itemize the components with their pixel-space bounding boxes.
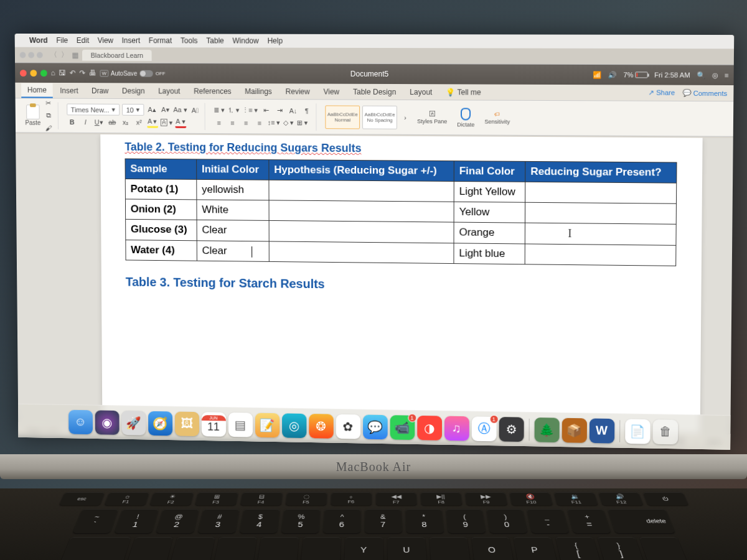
trash-icon[interactable]: 🗑 <box>652 419 678 444</box>
sort-button[interactable]: A↓ <box>288 105 299 116</box>
key-7[interactable]: &7 <box>365 509 402 533</box>
minimize-icon[interactable] <box>30 70 37 77</box>
finder-icon[interactable]: ☺ <box>68 409 93 434</box>
print-icon[interactable]: 🖶 <box>89 68 96 77</box>
menu-window[interactable]: Window <box>232 37 258 45</box>
key-e[interactable] <box>214 537 256 560</box>
font-name-select[interactable]: Times New... ▾ <box>67 104 120 116</box>
key-t[interactable] <box>301 537 341 560</box>
clock[interactable]: Fri 2:58 AM <box>654 71 690 78</box>
shading-button[interactable]: ◇ ▾ <box>283 117 294 128</box>
justify-button[interactable]: ≡ <box>254 117 265 128</box>
menu-file[interactable]: File <box>56 36 68 45</box>
photos-icon[interactable]: ✿ <box>336 414 360 439</box>
undo-icon[interactable]: ↶ <box>70 68 76 77</box>
tab-draw[interactable]: Draw <box>85 84 115 98</box>
menu-edit[interactable]: Edit <box>77 36 89 45</box>
copy-icon[interactable]: ⧉ <box>43 110 54 121</box>
key-w[interactable] <box>171 537 215 560</box>
close-icon[interactable] <box>20 70 27 77</box>
key-5[interactable]: %5 <box>281 509 320 533</box>
tab-layout[interactable]: Layout <box>152 84 186 98</box>
table2[interactable]: Sample Initial Color Hypothesis (Reducin… <box>125 159 677 266</box>
tab-mailings[interactable]: Mailings <box>238 85 278 98</box>
font-color-button[interactable]: A ▾ <box>175 117 186 128</box>
app5-icon[interactable]: 📦 <box>561 418 586 442</box>
share-button[interactable]: ↗ Share <box>649 89 675 97</box>
highlight-button[interactable]: A ▾ <box>147 117 158 128</box>
indent-button[interactable]: ⇥ <box>274 105 285 116</box>
key-f11[interactable]: 🔉F11 <box>553 492 598 505</box>
key-bracket-l[interactable]: {[ <box>555 537 600 560</box>
align-right-button[interactable]: ≡ <box>240 117 251 128</box>
paste-button[interactable]: Paste <box>25 105 40 126</box>
key-power[interactable]: ⏻ <box>642 492 688 505</box>
key-bracket-r[interactable]: }] <box>597 537 644 560</box>
numbering-button[interactable]: ⒈ ▾ <box>227 105 240 116</box>
clear-format-button[interactable]: A⃠ <box>189 105 200 116</box>
tab-review[interactable]: Review <box>280 85 316 98</box>
reminders-icon[interactable]: ▤ <box>228 412 252 437</box>
key-f8[interactable]: ▶||F8 <box>420 492 462 505</box>
key-minus[interactable]: _- <box>527 509 569 533</box>
format-painter-icon[interactable]: 🖌 <box>43 122 54 133</box>
appstore-icon[interactable]: Ⓐ1 <box>471 416 496 441</box>
page[interactable]: Table 2. Testing for Reducing Sugars Res… <box>100 134 702 433</box>
key-o[interactable]: O <box>471 537 514 560</box>
superscript-button[interactable]: x² <box>133 117 144 128</box>
align-left-button[interactable]: ≡ <box>214 117 225 128</box>
key-f1[interactable]: ☼F1 <box>104 492 149 505</box>
key-4[interactable]: $4 <box>239 509 280 533</box>
key-f6[interactable]: ⬨F6 <box>331 492 372 505</box>
multilevel-button[interactable]: ⋮≡ ▾ <box>242 105 258 116</box>
cut-icon[interactable]: ✂ <box>43 98 54 109</box>
tab-layout2[interactable]: Layout <box>403 85 438 99</box>
sensitivity-button[interactable]: 🏷 Sensitivity <box>481 111 514 124</box>
document-canvas[interactable]: Table 2. Testing for Reducing Sugars Res… <box>16 134 733 434</box>
launchpad-icon[interactable]: 🚀 <box>121 411 146 435</box>
app4-icon[interactable]: 🌲 <box>534 417 559 442</box>
grow-font-button[interactable]: A▴ <box>146 105 157 116</box>
bullets-button[interactable]: ≣ ▾ <box>214 105 225 116</box>
app-name[interactable]: Word <box>29 36 48 45</box>
nav-back-icon[interactable]: 〈 <box>50 50 57 60</box>
dictate-button[interactable]: Dictate <box>453 108 478 128</box>
tab-references[interactable]: References <box>187 84 237 98</box>
browser-tab[interactable]: Blackboard Learn <box>82 49 152 60</box>
autosave-toggle[interactable]: W AutoSave OFF <box>100 70 166 77</box>
line-spacing-button[interactable]: ↕≡ ▾ <box>268 117 281 128</box>
app2-icon[interactable]: ❂ <box>309 414 333 439</box>
wifi-icon[interactable]: 📶 <box>593 71 602 79</box>
italic-button[interactable]: I <box>80 116 91 128</box>
spotlight-icon[interactable]: 🔍 <box>697 71 705 79</box>
change-case-button[interactable]: Aa ▾ <box>173 105 187 116</box>
style-normal[interactable]: AaBbCcDdEe Normal <box>325 105 360 129</box>
key-backslash[interactable] <box>639 537 687 560</box>
key-u[interactable]: U <box>387 537 426 560</box>
key-f10[interactable]: 🔇F10 <box>509 492 553 505</box>
key-f12[interactable]: 🔊F12 <box>598 492 642 505</box>
key-f3[interactable]: ⊞F3 <box>195 492 238 505</box>
key-8[interactable]: *8 <box>405 509 443 533</box>
nav-fwd-icon[interactable]: 〉 <box>61 50 68 60</box>
key-f7[interactable]: ◀◀F7 <box>376 492 417 505</box>
key-f2[interactable]: ☀F2 <box>149 492 194 505</box>
calendar-icon[interactable]: JUN 11 <box>201 412 225 437</box>
menu-insert[interactable]: Insert <box>122 36 141 45</box>
text-effects-button[interactable]: 🄰 ▾ <box>160 117 172 128</box>
tab-table-design[interactable]: Table Design <box>347 85 402 98</box>
outdent-button[interactable]: ⇤ <box>260 105 271 116</box>
key-1[interactable]: !1 <box>114 509 158 533</box>
key-i[interactable] <box>429 537 469 560</box>
key-equals[interactable]: += <box>566 509 610 533</box>
underline-button[interactable]: U ▾ <box>93 116 105 128</box>
align-center-button[interactable]: ≡ <box>227 117 238 128</box>
safari-icon[interactable]: 🧭 <box>148 411 172 436</box>
key-0[interactable]: )0 <box>486 509 527 533</box>
key-9[interactable]: (9 <box>446 509 486 533</box>
tab-design[interactable]: Design <box>116 84 151 98</box>
siri-icon[interactable]: ◎ <box>712 71 718 79</box>
font-size-select[interactable]: 10 ▾ <box>122 104 144 116</box>
facetime-icon[interactable]: 📹1 <box>390 415 415 440</box>
key-p[interactable]: P <box>513 537 557 560</box>
